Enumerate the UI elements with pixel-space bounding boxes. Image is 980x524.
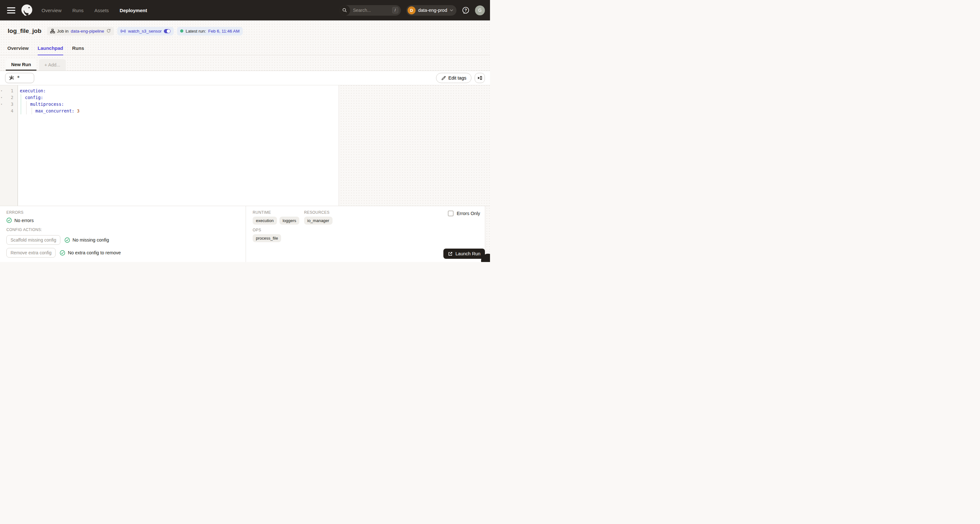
- tab-launchpad[interactable]: Launchpad: [38, 41, 63, 55]
- launchpad-page: Overview Runs Assets Deployment Search..…: [0, 0, 490, 262]
- edit-tags-label: Edit tags: [449, 75, 466, 81]
- edit-tags-button[interactable]: Edit tags: [436, 73, 471, 83]
- run-status-dot: [180, 29, 183, 33]
- tab-overview[interactable]: Overview: [7, 41, 29, 55]
- nav-assets[interactable]: Assets: [95, 8, 109, 13]
- fold-icon[interactable]: ▾: [1, 94, 2, 101]
- sensor-icon: [121, 29, 126, 33]
- sensor-badge: watch_s3_sensor: [117, 27, 174, 35]
- code-line: config:: [20, 94, 339, 101]
- search-placeholder: Search...: [353, 8, 371, 13]
- line-number: 2: [11, 94, 13, 101]
- fold-icon[interactable]: ▾: [1, 88, 2, 94]
- svg-text:?: ?: [465, 8, 467, 13]
- top-nav: Overview Runs Assets Deployment Search..…: [0, 0, 490, 21]
- op-selector-button[interactable]: *: [5, 73, 34, 83]
- toolbar-right-group: Edit tags: [436, 73, 485, 83]
- runtime-label: RUNTIME: [253, 210, 304, 215]
- editor-right-background: [339, 85, 490, 206]
- job-in-label: Job in: [57, 29, 69, 33]
- scaffold-config-button[interactable]: Scaffold missing config: [6, 235, 60, 245]
- job-location-badge: Job in data-eng-pipeline: [47, 27, 114, 35]
- op-chip: process_file: [253, 234, 281, 242]
- op-selector-value: *: [17, 75, 20, 81]
- page-title: log_file_job: [8, 27, 41, 35]
- latest-run-badge: Latest run: Feb 6, 11:46 AM: [177, 27, 243, 35]
- check-circle-icon: [65, 237, 70, 243]
- errors-only-label: Errors Only: [457, 211, 480, 216]
- editor-gutter: ▾ 1 ▾ 2 ▾ 3 4: [0, 85, 18, 206]
- errors-only-checkbox[interactable]: [448, 210, 453, 216]
- chevron-down-icon: [450, 9, 453, 11]
- code-line: multiprocess:: [20, 101, 339, 108]
- help-icon[interactable]: ?: [462, 6, 469, 14]
- check-circle-icon: [60, 250, 65, 256]
- search-shortcut-key: /: [392, 7, 398, 13]
- fold-icon[interactable]: ▾: [1, 101, 2, 108]
- pencil-icon: [441, 76, 446, 81]
- op-graph-icon: [9, 75, 14, 81]
- search-input[interactable]: Search... /: [340, 5, 401, 16]
- no-errors-text: No errors: [14, 218, 33, 223]
- workflow-icon: [50, 29, 55, 33]
- launch-run-button[interactable]: Launch Run: [443, 248, 485, 259]
- launchpad-toolbar: * Edit tags: [0, 71, 490, 85]
- errors-panel: ERRORS No errors CONFIG ACTIONS: Scaffol…: [0, 206, 246, 262]
- primary-nav: Overview Runs Assets Deployment: [41, 8, 147, 13]
- yaml-code-area[interactable]: execution: config: multiprocess: max_con…: [18, 85, 339, 206]
- job-tabs: Overview Launchpad Runs: [0, 41, 490, 55]
- expand-panel-button[interactable]: [475, 73, 485, 83]
- scaffold-status-text: No missing config: [73, 237, 109, 242]
- menu-icon[interactable]: [7, 7, 15, 13]
- refresh-icon[interactable]: [107, 29, 111, 33]
- errors-section-label: ERRORS: [6, 210, 239, 215]
- launch-run-label: Launch Run: [455, 251, 480, 256]
- runtime-chip: execution: [253, 217, 277, 225]
- config-tab-new-run[interactable]: New Run: [6, 59, 37, 71]
- line-number: 1: [11, 88, 13, 94]
- editor-zone: ▾ 1 ▾ 2 ▾ 3 4 execution:: [0, 85, 490, 206]
- job-header: log_file_job Job in data-eng-pipeline: [0, 21, 490, 41]
- config-editor[interactable]: ▾ 1 ▾ 2 ▾ 3 4 execution:: [0, 85, 339, 206]
- remove-status-text: No extra config to remove: [68, 250, 121, 255]
- runtime-chip: loggers: [280, 217, 300, 225]
- open-panel-icon: [477, 75, 482, 81]
- launchpad-config-tabs: New Run + Add...: [0, 55, 490, 71]
- bottom-panel: ERRORS No errors CONFIG ACTIONS: Scaffol…: [0, 206, 490, 262]
- pipeline-link[interactable]: data-eng-pipeline: [71, 29, 104, 33]
- dagster-logo-icon[interactable]: [21, 4, 33, 17]
- sensor-toggle[interactable]: [164, 29, 170, 33]
- code-line: max_concurrent: 3: [20, 108, 339, 115]
- remove-config-button[interactable]: Remove extra config: [6, 248, 56, 258]
- resource-chip: io_manager: [304, 217, 332, 225]
- tab-runs[interactable]: Runs: [72, 41, 84, 55]
- config-tab-add[interactable]: + Add...: [39, 59, 66, 71]
- check-circle-icon: [6, 218, 12, 223]
- header-badges: Job in data-eng-pipeline watch_s3_sensor: [47, 27, 243, 35]
- search-icon: [340, 5, 350, 16]
- user-avatar[interactable]: G: [475, 5, 485, 15]
- nav-runs[interactable]: Runs: [73, 8, 84, 13]
- code-line: execution:: [20, 88, 339, 94]
- nav-right-group: Search... / D data-eng-prod ? G: [340, 5, 485, 16]
- deployment-name: data-eng-prod: [418, 8, 447, 13]
- nav-deployment[interactable]: Deployment: [120, 8, 147, 13]
- deployment-avatar: D: [407, 6, 415, 14]
- latest-run-link[interactable]: Feb 6, 11:46 AM: [208, 29, 240, 33]
- line-number: 4: [11, 108, 13, 115]
- line-number: 3: [11, 101, 13, 108]
- ops-label: OPS: [253, 228, 485, 232]
- config-actions-label: CONFIG ACTIONS:: [6, 228, 239, 232]
- sensor-link[interactable]: watch_s3_sensor: [128, 29, 162, 33]
- nav-overview[interactable]: Overview: [41, 8, 62, 13]
- launch-icon: [448, 252, 453, 256]
- deployment-switcher[interactable]: D data-eng-prod: [406, 5, 457, 16]
- latest-run-label: Latest run:: [186, 29, 206, 33]
